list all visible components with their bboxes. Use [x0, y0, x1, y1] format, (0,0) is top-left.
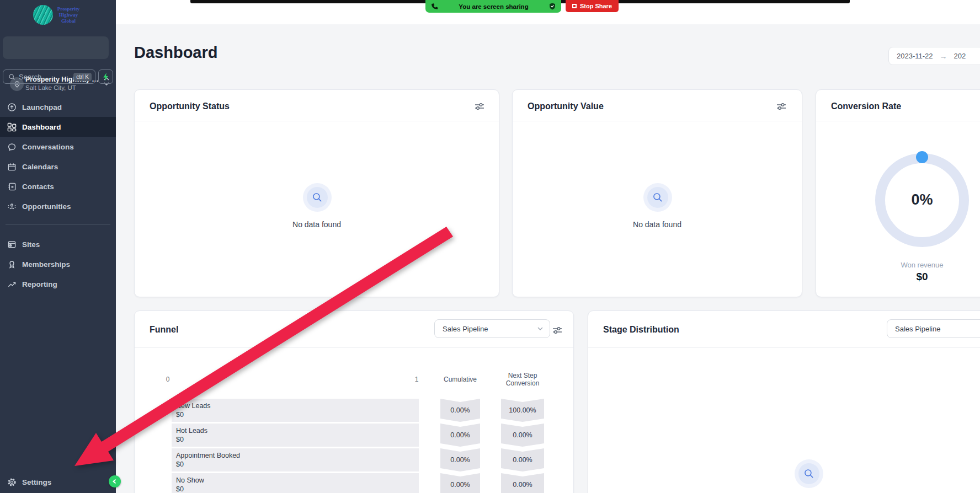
account-switcher[interactable]: Prosperity Highway … Salt Lake City, UT: [3, 36, 109, 59]
no-data-icon-halo: [795, 459, 823, 488]
funnel-bar[interactable]: Appointment Booked $0: [172, 448, 419, 471]
conversion-rate-value: 0%: [875, 191, 969, 208]
conversations-icon: [7, 142, 17, 152]
widget-settings-icon[interactable]: [475, 103, 484, 110]
sidebar-item-calendars[interactable]: Calendars: [0, 157, 116, 176]
stage-pipeline-select[interactable]: Sales Pipeline: [887, 319, 980, 338]
gear-icon: [7, 477, 17, 487]
funnel-next-step-badge: 0.00%: [501, 424, 544, 447]
lightning-bolt-icon: [103, 73, 109, 81]
sites-icon: [7, 239, 17, 249]
pipeline-selected-value: Sales Pipeline: [895, 325, 940, 333]
search-input[interactable]: [19, 73, 70, 81]
sidebar-item-memberships[interactable]: Memberships: [0, 254, 116, 274]
card-title: Conversion Rate: [831, 101, 901, 111]
no-data-icon-ring: [307, 187, 328, 208]
funnel-axis-tick: 1: [412, 376, 421, 383]
funnel-stage-amount: $0: [176, 460, 419, 468]
sidebar-item-label: Settings: [22, 478, 51, 486]
search-icon: [8, 73, 15, 81]
no-data-icon-halo: [303, 183, 332, 212]
date-range-picker[interactable]: 2023-11-22 → 202: [888, 47, 980, 65]
funnel-stage-name: New Leads: [176, 402, 419, 410]
stop-share-button[interactable]: Stop Share: [566, 0, 619, 12]
card-title: Funnel: [150, 325, 178, 335]
sidebar-menu-bottom: Sites Memberships Reporting: [0, 234, 116, 294]
search-box[interactable]: ctrl K: [3, 69, 95, 84]
date-start: 2023-11-22: [897, 52, 933, 60]
chevron-down-icon: [537, 327, 543, 330]
funnel-cumulative-badge: 0.00%: [440, 473, 480, 493]
sidebar-item-dashboard[interactable]: Dashboard: [0, 117, 116, 137]
opportunity-status-card: Opportunity Status No data found: [134, 89, 499, 297]
funnel-cumulative-badge: 0.00%: [440, 448, 480, 471]
sidebar-item-launchpad[interactable]: Launchpad: [0, 97, 116, 117]
won-revenue-value: $0: [875, 271, 969, 283]
logo-line: Prosperity: [54, 6, 83, 12]
sidebar-item-label: Dashboard: [22, 123, 61, 131]
sidebar-collapse-button[interactable]: [109, 475, 121, 487]
funnel-stage-amount: $0: [176, 436, 419, 443]
sidebar-item-label: Reporting: [22, 280, 57, 288]
date-arrow-icon: →: [940, 52, 947, 61]
card-header: Opportunity Status: [135, 90, 499, 121]
sidebar-item-reporting[interactable]: Reporting: [0, 274, 116, 294]
search-magnifier-icon: [311, 191, 323, 203]
stop-share-label: Stop Share: [580, 3, 612, 9]
opportunities-icon: [7, 201, 17, 211]
sidebar-item-contacts[interactable]: Contacts: [0, 176, 116, 196]
sidebar-item-opportunities[interactable]: Opportunities: [0, 196, 116, 216]
sidebar-settings: Settings: [0, 472, 105, 492]
company-logo-globe-icon: [33, 5, 53, 25]
company-logo-text: Prosperity Highway Global: [54, 6, 83, 24]
funnel-next-step-badge: 0.00%: [501, 448, 544, 471]
funnel-stage-name: Hot Leads: [176, 427, 419, 435]
contacts-icon: [7, 181, 17, 191]
card-header: Stage Distribution Sales Pipeline: [588, 311, 980, 348]
pipeline-selected-value: Sales Pipeline: [443, 325, 488, 333]
sidebar-item-settings[interactable]: Settings: [0, 472, 105, 492]
funnel-column-header: Next Step Conversion: [500, 372, 545, 387]
widget-settings-icon[interactable]: [552, 326, 562, 334]
dashboard-icon: [7, 122, 17, 132]
phone-icon: [431, 3, 438, 10]
conversion-rate-card: Conversion Rate 0% Won revenue $0: [816, 89, 980, 297]
no-data-icon-ring: [647, 187, 668, 208]
card-title: Opportunity Status: [150, 101, 230, 111]
page-title: Dashboard: [134, 44, 217, 62]
funnel-bar[interactable]: Hot Leads $0: [172, 424, 419, 447]
no-data-text: No data found: [513, 220, 802, 229]
launchpad-icon: [7, 102, 17, 112]
funnel-cumulative-badge: 0.00%: [440, 424, 480, 447]
sidebar-item-label: Opportunities: [22, 202, 71, 211]
sidebar-item-sites[interactable]: Sites: [0, 234, 116, 254]
card-title: Opportunity Value: [528, 101, 604, 111]
funnel-next-step-badge: 0.00%: [501, 473, 544, 493]
sidebar: Prosperity Highway Global Prosperity Hig…: [0, 0, 116, 493]
calendar-icon: [7, 162, 17, 172]
stage-distribution-card: Stage Distribution Sales Pipeline: [588, 310, 980, 493]
funnel-pipeline-select[interactable]: Sales Pipeline: [434, 319, 550, 338]
logo-line: Highway: [54, 12, 83, 18]
no-data-icon-ring: [798, 463, 819, 484]
search-magnifier-icon: [803, 468, 815, 480]
card-header: Opportunity Value: [513, 90, 802, 121]
funnel-stage-name: No Show: [176, 476, 419, 484]
funnel-stage-amount: $0: [176, 485, 419, 493]
opportunity-value-card: Opportunity Value No data found: [512, 89, 802, 297]
sidebar-item-label: Calendars: [22, 163, 58, 171]
quick-actions-button[interactable]: [98, 69, 113, 84]
funnel-next-step-badge: 100.00%: [501, 399, 544, 422]
funnel-bar[interactable]: New Leads $0: [172, 399, 419, 422]
no-data-icon-halo: [643, 183, 672, 212]
funnel-bar[interactable]: No Show $0: [172, 473, 419, 493]
sidebar-item-label: Contacts: [22, 183, 54, 191]
sidebar-item-conversations[interactable]: Conversations: [0, 137, 116, 157]
stop-square-icon: [572, 4, 577, 8]
chevron-left-icon: [112, 479, 118, 484]
card-header: Funnel Sales Pipeline: [135, 311, 573, 348]
widget-settings-icon[interactable]: [776, 103, 786, 110]
sidebar-menu-top: Launchpad Dashboard Conversations: [0, 97, 116, 216]
reporting-trend-icon: [7, 279, 17, 289]
sidebar-item-label: Sites: [22, 240, 40, 249]
